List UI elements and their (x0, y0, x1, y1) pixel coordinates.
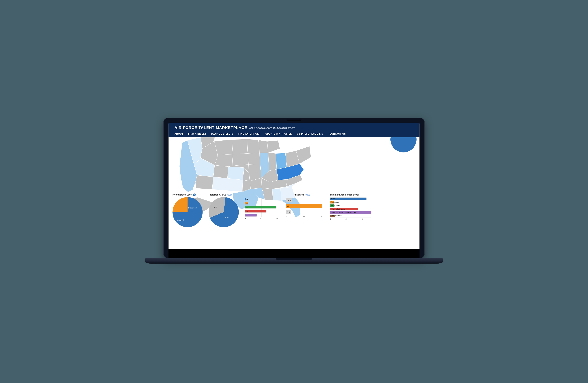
bar-label: Intermediate Level II (331, 208, 347, 210)
corner-chart-fragment (390, 137, 417, 153)
laptop-screen: AIR FORCE TALENT MARKETPLACE AN ASSIGNME… (168, 123, 420, 258)
bar-label: O3 (246, 206, 248, 208)
hbar-chart-grades[interactable]: O1 O2 O3 O4 O5 0 10 20 (245, 197, 283, 220)
state-az[interactable] (195, 175, 213, 190)
nav-contact-us[interactable]: CONTACT US (329, 133, 346, 135)
nav-about[interactable]: ABOUT (175, 133, 184, 135)
bar-label: Entry Level I (331, 205, 340, 207)
bar-label: (Unknown) (331, 201, 339, 203)
nav-manage-billets[interactable]: MANAGE BILLETS (211, 133, 233, 135)
bar-label: O5 (246, 214, 248, 216)
state-nd[interactable] (232, 139, 248, 154)
us-map-panel (168, 137, 420, 193)
title-row: AIR FORCE TALENT MARKETPLACE AN ASSIGNME… (175, 126, 414, 130)
tick: 10 (345, 218, 347, 220)
app-page: AIR FORCE TALENT MARKETPLACE AN ASSIGNME… (168, 123, 420, 249)
tick: 10 (260, 218, 262, 220)
tick: 0 (330, 218, 331, 220)
state-ut[interactable] (213, 165, 229, 178)
chart-grades: Preferred Grades O1 O2 O3 O4 (245, 193, 283, 220)
nav-update-my-profile[interactable]: UPDATE MY PROFILE (266, 133, 292, 135)
tick: 40 (320, 216, 322, 218)
content-area: Prioritization Level ? Must-Fill Entitle… (168, 137, 420, 249)
state-wy[interactable] (214, 154, 233, 167)
bar-label: O1 (246, 198, 248, 200)
pie-slice-label-entitlement: Entitlement (188, 207, 197, 209)
state-wi[interactable] (258, 140, 268, 153)
app-header: AIR FORCE TALENT MARKETPLACE AN ASSIGNME… (168, 123, 420, 137)
pie-afscs[interactable]: 61D 61A (204, 192, 243, 232)
tick: 20 (276, 218, 278, 220)
state-oh[interactable] (276, 153, 287, 170)
laptop-mockup: AIR FORCE TALENT MARKETPLACE AN ASSIGNME… (164, 118, 424, 265)
nav-my-preference-list[interactable]: MY PREFERENCE LIST (297, 133, 325, 135)
state-mn[interactable] (247, 139, 259, 153)
app-title: AIR FORCE TALENT MARKETPLACE (175, 126, 247, 130)
state-ia[interactable] (248, 153, 260, 165)
pie-slice-label-61d: 61D (214, 206, 217, 208)
tick: 20 (362, 218, 364, 220)
tick: 0 (245, 218, 246, 220)
tick: 20 (303, 216, 305, 218)
pie-prioritization[interactable]: Must-Fill Entitlement (172, 197, 203, 227)
chart-afscs: Preferred AFSCs reset 61D 61A (209, 193, 242, 227)
state-in[interactable] (268, 153, 277, 171)
nav-find-an-officer[interactable]: FIND AN OFFICER (238, 133, 261, 135)
bar-label: None (331, 198, 335, 200)
chart-acq: Minimum Acquisition Level None (Unknown)… (330, 193, 376, 220)
bar-label: None (287, 199, 291, 201)
state-mi[interactable] (267, 140, 280, 153)
main-nav: ABOUT FIND A BILLET MANAGE BILLETS FIND … (175, 133, 414, 135)
bar-label: Senior Level III (331, 215, 342, 217)
bar-label: PhD (287, 211, 290, 213)
state-sd[interactable] (232, 153, 249, 166)
laptop-base (145, 258, 443, 265)
bar-label: MS (287, 205, 290, 207)
pie-slice-label-61a: 61A (225, 216, 229, 218)
bar-label: O4 (246, 210, 248, 212)
state-mt[interactable] (214, 140, 233, 155)
tick: 0 (286, 216, 287, 218)
laptop-camera (287, 120, 301, 121)
nav-find-a-billet[interactable]: FIND A BILLET (188, 133, 206, 135)
hbar-chart-acq[interactable]: None (Unknown) Entry Level I Intermediat… (330, 197, 376, 220)
bar-label: O2 (246, 202, 248, 204)
bar-label: Level II, Critical, Non-division He (331, 211, 356, 213)
app-subtitle: AN ASSIGNMENT MATCHING TEST (249, 127, 295, 130)
hbar-chart-degree[interactable]: None MS PhD 0 20 40 (286, 197, 327, 218)
pie-slice-label-mustfill: Must-Fill (177, 219, 184, 221)
laptop-body: AIR FORCE TALENT MARKETPLACE AN ASSIGNME… (164, 118, 424, 258)
chart-degree: Preferred Degree reset None MS PhD (286, 193, 327, 218)
state-co[interactable] (227, 167, 244, 180)
